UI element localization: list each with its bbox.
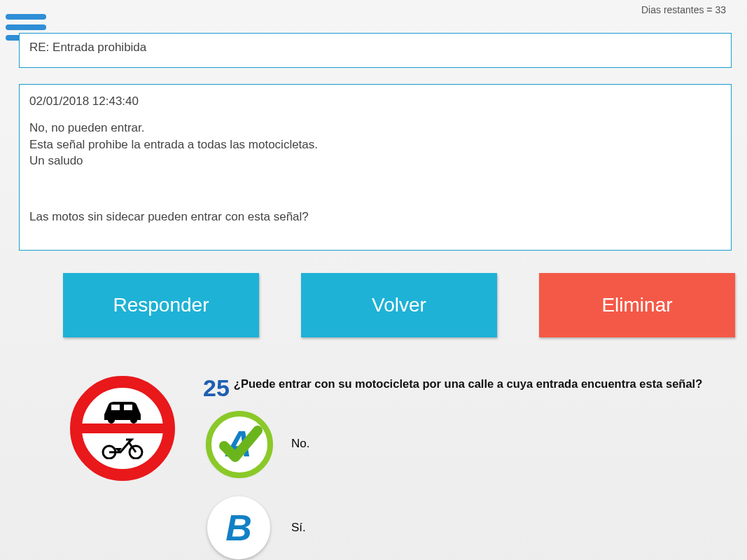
question-text: ¿Puede entrar con su motocicleta por una… [234,376,702,391]
answers-list: A No. B Sí. [203,412,726,559]
menu-bar [6,24,46,30]
answer-letter-label: A [225,423,252,465]
traffic-sign-icon [70,376,175,481]
button-row: Responder Volver Eliminar [63,273,705,337]
responder-button[interactable]: Responder [63,273,259,337]
eliminar-button[interactable]: Eliminar [539,273,735,337]
svg-rect-2 [111,405,120,410]
svg-rect-3 [124,405,132,410]
subject-box: RE: Entrada prohibida [19,33,732,68]
message-box: 02/01/2018 12:43:40 No, no pueden entrar… [19,84,732,251]
svg-point-6 [209,414,270,475]
question-header: 25 ¿Puede entrar con su motocicleta por … [203,376,726,400]
message-line: No, no pueden entrar. [29,121,144,134]
question-block: 25 ¿Puede entrar con su motocicleta por … [70,376,726,560]
answer-row-a: A No. [207,412,726,475]
answer-text-b: Sí. [291,521,306,535]
sign-bar [82,424,163,433]
answer-row-b: B Sí. [207,496,726,559]
subject-text: RE: Entrada prohibida [29,41,146,54]
svg-point-1 [130,416,137,424]
message-line: Un saludo [29,154,83,167]
message-question: Las motos sin sidecar pueden entrar con … [29,209,721,225]
question-content: 25 ¿Puede entrar con su motocicleta por … [203,376,726,560]
answer-option-b[interactable]: B [207,496,270,559]
answer-letter-label: B [225,507,252,549]
checkmark-icon [206,411,273,478]
answer-option-a[interactable]: A [207,412,270,475]
days-remaining-label: Dias restantes = 33 [641,4,726,15]
svg-point-0 [108,416,115,424]
volver-button[interactable]: Volver [301,273,497,337]
motorcycle-icon [101,435,144,459]
answer-text-a: No. [291,437,309,451]
menu-bar [6,14,46,20]
question-number: 25 [203,376,230,400]
message-timestamp: 02/01/2018 12:43:40 [29,93,721,110]
message-line: Esta señal prohibe la entrada a todas la… [29,138,318,151]
car-icon [100,398,145,424]
